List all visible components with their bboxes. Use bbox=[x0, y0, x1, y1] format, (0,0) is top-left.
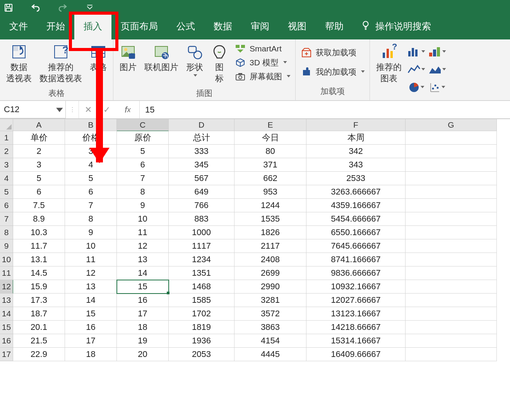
data-cell[interactable]: 1351 bbox=[169, 266, 234, 280]
row-header[interactable]: 17 bbox=[0, 348, 13, 361]
data-cell[interactable]: 80 bbox=[234, 145, 306, 158]
data-cell[interactable] bbox=[406, 212, 497, 226]
row-header[interactable]: 3 bbox=[0, 158, 13, 172]
row-header[interactable]: 15 bbox=[0, 321, 13, 334]
bar3d-chart-button[interactable]: ▾ bbox=[428, 44, 446, 60]
data-cell[interactable]: 14218.66667 bbox=[306, 321, 406, 334]
row-header[interactable]: 7 bbox=[0, 212, 13, 226]
data-cell[interactable]: 20.1 bbox=[13, 321, 65, 334]
tab-file[interactable]: 文件 bbox=[0, 14, 37, 39]
data-cell[interactable]: 2117 bbox=[234, 239, 306, 253]
data-cell[interactable] bbox=[406, 280, 497, 294]
header-cell[interactable]: 今日 bbox=[234, 131, 306, 145]
data-cell[interactable]: 4154 bbox=[234, 334, 306, 348]
get-addins-button[interactable]: 获取加载项 bbox=[301, 47, 364, 58]
data-cell[interactable]: 6 bbox=[117, 158, 169, 172]
data-cell[interactable]: 953 bbox=[234, 185, 306, 199]
data-cell[interactable]: 371 bbox=[234, 158, 306, 172]
data-cell[interactable]: 15.9 bbox=[13, 280, 65, 294]
tab-view[interactable]: 视图 bbox=[279, 14, 316, 39]
data-cell[interactable]: 9 bbox=[65, 226, 117, 239]
column-header[interactable]: G bbox=[406, 119, 497, 131]
data-cell[interactable]: 2533 bbox=[306, 172, 406, 185]
data-cell[interactable]: 16409.66667 bbox=[306, 348, 406, 361]
data-cell[interactable]: 8 bbox=[117, 185, 169, 199]
data-cell[interactable]: 1702 bbox=[169, 307, 234, 321]
data-cell[interactable] bbox=[406, 239, 497, 253]
data-cell[interactable] bbox=[406, 199, 497, 212]
pivot-table-button[interactable]: 数据 透视表 bbox=[4, 42, 34, 85]
header-cell[interactable]: 总计 bbox=[169, 131, 234, 145]
data-cell[interactable]: 567 bbox=[169, 172, 234, 185]
data-cell[interactable]: 14 bbox=[65, 294, 117, 307]
shapes-button[interactable]: 形状▾ bbox=[184, 42, 205, 85]
data-cell[interactable]: 6 bbox=[65, 185, 117, 199]
data-cell[interactable]: 333 bbox=[169, 145, 234, 158]
data-cell[interactable]: 15314.16667 bbox=[306, 334, 406, 348]
pie-chart-button[interactable]: ▾ bbox=[407, 80, 425, 95]
data-cell[interactable]: 13 bbox=[65, 280, 117, 294]
data-cell[interactable]: 7645.666667 bbox=[306, 239, 406, 253]
data-cell[interactable]: 8.9 bbox=[13, 212, 65, 226]
data-cell[interactable]: 2053 bbox=[169, 348, 234, 361]
icons-button[interactable]: 图 标 bbox=[209, 42, 230, 85]
tell-me-search[interactable]: 操作说明搜索 bbox=[353, 14, 439, 39]
data-cell[interactable]: 13.1 bbox=[13, 253, 65, 266]
qat-customize-icon[interactable] bbox=[84, 2, 95, 13]
data-cell[interactable]: 9 bbox=[117, 199, 169, 212]
data-cell[interactable]: 11.7 bbox=[13, 239, 65, 253]
data-cell[interactable] bbox=[406, 226, 497, 239]
row-header[interactable]: 1 bbox=[0, 131, 13, 145]
data-cell[interactable]: 10.3 bbox=[13, 226, 65, 239]
data-cell[interactable] bbox=[406, 145, 497, 158]
tab-data[interactable]: 数据 bbox=[204, 14, 241, 39]
header-cell[interactable]: 价格 bbox=[65, 131, 117, 145]
data-cell[interactable]: 12 bbox=[117, 239, 169, 253]
data-cell[interactable]: 3281 bbox=[234, 294, 306, 307]
data-cell[interactable]: 2408 bbox=[234, 253, 306, 266]
row-header[interactable]: 10 bbox=[0, 253, 13, 266]
header-cell[interactable]: 单价 bbox=[13, 131, 65, 145]
data-cell[interactable] bbox=[406, 172, 497, 185]
data-cell[interactable]: 1585 bbox=[169, 294, 234, 307]
data-cell[interactable]: 18.7 bbox=[13, 307, 65, 321]
data-cell[interactable]: 12 bbox=[65, 266, 117, 280]
data-cell[interactable] bbox=[406, 185, 497, 199]
recommended-charts-button[interactable]: ? 推荐的 图表 bbox=[374, 42, 404, 95]
data-cell[interactable]: 14 bbox=[117, 266, 169, 280]
tab-insert[interactable]: 插入 bbox=[74, 14, 111, 39]
data-cell[interactable]: 1826 bbox=[234, 226, 306, 239]
confirm-edit-button[interactable]: ✓ bbox=[98, 101, 116, 118]
data-cell[interactable]: 6550.166667 bbox=[306, 226, 406, 239]
data-cell[interactable]: 2 bbox=[13, 145, 65, 158]
data-cell[interactable] bbox=[406, 253, 497, 266]
scatter-chart-button[interactable]: ▾ bbox=[428, 80, 446, 95]
tab-home[interactable]: 开始 bbox=[37, 14, 74, 39]
row-header[interactable]: 9 bbox=[0, 239, 13, 253]
tab-formulas[interactable]: 公式 bbox=[167, 14, 204, 39]
data-cell[interactable]: 11 bbox=[117, 226, 169, 239]
data-cell[interactable]: 21.5 bbox=[13, 334, 65, 348]
row-header[interactable]: 8 bbox=[0, 226, 13, 239]
header-cell[interactable]: 原价 bbox=[117, 131, 169, 145]
screenshot-button[interactable]: 屏幕截图▾ bbox=[235, 71, 290, 82]
3d-model-button[interactable]: 3D 模型▾ bbox=[235, 57, 290, 68]
data-cell[interactable]: 5454.666667 bbox=[306, 212, 406, 226]
data-cell[interactable]: 11 bbox=[65, 253, 117, 266]
smartart-button[interactable]: SmartArt bbox=[235, 43, 290, 54]
row-header[interactable]: 2 bbox=[0, 145, 13, 158]
column-header[interactable]: D bbox=[169, 119, 234, 131]
data-cell[interactable]: 7 bbox=[65, 199, 117, 212]
tab-review[interactable]: 审阅 bbox=[241, 14, 279, 39]
data-cell[interactable]: 2699 bbox=[234, 266, 306, 280]
header-cell[interactable]: 本周 bbox=[306, 131, 406, 145]
line-chart-button[interactable]: ▾ bbox=[407, 62, 425, 77]
save-icon[interactable] bbox=[3, 2, 14, 13]
row-header[interactable]: 6 bbox=[0, 199, 13, 212]
data-cell[interactable]: 3572 bbox=[234, 307, 306, 321]
data-cell[interactable]: 8741.166667 bbox=[306, 253, 406, 266]
data-cell[interactable]: 3 bbox=[13, 158, 65, 172]
data-cell[interactable]: 7 bbox=[117, 172, 169, 185]
data-cell[interactable]: 22.9 bbox=[13, 348, 65, 361]
data-cell[interactable]: 14.5 bbox=[13, 266, 65, 280]
